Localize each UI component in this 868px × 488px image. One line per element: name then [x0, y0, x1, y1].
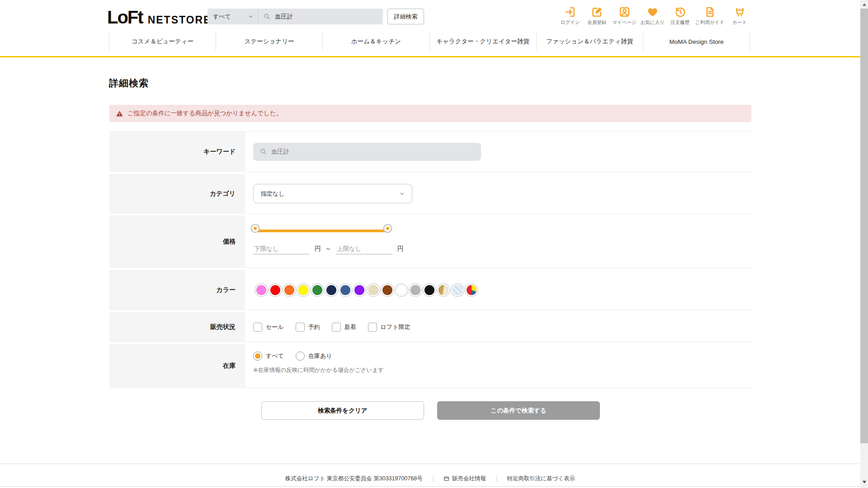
- stock-option-2[interactable]: 在庫あり: [296, 352, 332, 361]
- utility-mypage[interactable]: マイページ: [612, 6, 636, 26]
- scrollbar-down-button[interactable]: [860, 478, 868, 486]
- price-min-input[interactable]: [253, 244, 310, 254]
- color-swatch-pink[interactable]: [256, 285, 266, 295]
- sales-option-label: 予約: [308, 323, 320, 331]
- color-swatch-blue[interactable]: [340, 285, 350, 295]
- search-submit-button[interactable]: この条件で検索する: [437, 401, 600, 420]
- detail-search-button[interactable]: 詳細検索: [387, 9, 424, 24]
- footer-link-seller-info[interactable]: 販売会社情報: [443, 475, 486, 483]
- form-row-sales-status: 販売状況 セール予約新着ロフト限定: [109, 312, 751, 342]
- nav-item-1[interactable]: コスメ＆ビューティー: [109, 32, 216, 51]
- stock-options: すべて在庫あり: [253, 352, 751, 361]
- page: LoFt NETSTORE すべて 血圧計 詳細検索 ログイン会員登録マイページ…: [0, 0, 868, 488]
- header-search-query: 血圧計: [275, 13, 293, 21]
- search-category-value: すべて: [213, 13, 231, 21]
- stock-note: ※在庫情報の反映に時間がかかる場合がございます: [253, 366, 751, 374]
- logo-loft-text: LoFt: [107, 7, 143, 28]
- scrollbar-thumb[interactable]: [860, 9, 868, 443]
- keyword-input[interactable]: 血圧計: [253, 143, 481, 161]
- utility-order-history[interactable]: 注文履歴: [669, 6, 691, 26]
- sales-status-options: セール予約新着ロフト限定: [253, 323, 410, 332]
- footer-link-label: 販売会社情報: [452, 475, 486, 483]
- sales-option-1[interactable]: セール: [253, 323, 284, 332]
- utility-label: マイページ: [612, 19, 636, 26]
- color-swatch-gray[interactable]: [410, 285, 420, 295]
- price-slider-track: [253, 230, 390, 232]
- color-swatch-white[interactable]: [396, 285, 406, 295]
- utility-cart[interactable]: カート: [728, 6, 751, 26]
- header-searchbar: すべて 血圧計: [208, 9, 383, 24]
- warning-icon: [116, 110, 123, 117]
- color-swatch-purple[interactable]: [354, 285, 364, 295]
- price-slider-handle-max[interactable]: [384, 225, 391, 232]
- nav-item-3[interactable]: ホーム＆キッチン: [322, 32, 429, 51]
- nav-item-5[interactable]: ファッション＆バラエティ雑貨: [536, 32, 643, 51]
- color-swatch-navy[interactable]: [326, 285, 336, 295]
- loft-logo[interactable]: LoFt NETSTORE: [107, 7, 211, 28]
- sales-option-label: 新着: [344, 323, 356, 331]
- utility-label: ログイン: [561, 19, 580, 26]
- color-swatch-black[interactable]: [425, 285, 434, 295]
- color-swatch-gold[interactable]: [439, 285, 448, 295]
- utility-label: お気に入り: [641, 19, 665, 26]
- utility-guide[interactable]: ご利用ガイド: [695, 6, 724, 26]
- price-slider-handle-min[interactable]: [252, 225, 259, 232]
- category-select[interactable]: 指定なし: [253, 184, 412, 203]
- sales-option-3[interactable]: 新着: [332, 323, 356, 332]
- pencil-icon: [591, 6, 603, 18]
- nav-item-4[interactable]: キャラクター・クリエイター雑貨: [429, 32, 536, 51]
- stock-option-label: 在庫あり: [308, 352, 332, 360]
- color-swatch-beige[interactable]: [368, 285, 378, 295]
- category-nav: コスメ＆ビューティーステーショナリーホーム＆キッチンキャラクター・クリエイター雑…: [109, 32, 750, 51]
- clear-conditions-button[interactable]: 検索条件をクリア: [261, 401, 424, 420]
- history-icon: [674, 6, 686, 18]
- color-swatch-green[interactable]: [312, 285, 322, 295]
- form-content-keyword: 血圧計: [245, 131, 751, 172]
- footer-company-text: 株式会社ロフト 東京都公安委員会 第303319700768号: [285, 475, 423, 483]
- checkbox-icon: [296, 323, 305, 332]
- sales-option-4[interactable]: ロフト限定: [368, 323, 410, 332]
- sales-option-2[interactable]: 予約: [296, 323, 320, 332]
- header-search-input[interactable]: 血圧計: [258, 13, 383, 21]
- color-swatch-yellow[interactable]: [298, 285, 308, 295]
- search-icon: [259, 148, 267, 155]
- footer-separator: ｜: [430, 475, 436, 483]
- triangle-down-icon: [863, 481, 866, 483]
- utility-register[interactable]: 会員登録: [585, 6, 608, 26]
- color-swatches: [253, 285, 476, 295]
- utility-favorites[interactable]: お気に入り: [641, 6, 665, 26]
- alert-message: ご指定の条件に一致する商品が見つかりませんでした。: [127, 109, 282, 117]
- form-content-color: [245, 270, 751, 310]
- nav-item-2[interactable]: ステーショナリー: [216, 32, 322, 51]
- utility-login[interactable]: ログイン: [559, 6, 581, 26]
- color-swatch-red[interactable]: [270, 285, 280, 295]
- form-content-price: 円 ～ 円: [245, 216, 751, 268]
- color-swatch-brown[interactable]: [382, 285, 392, 295]
- stock-option-1[interactable]: すべて: [253, 352, 284, 361]
- alert-banner: ご指定の条件に一致する商品が見つかりませんでした。: [109, 105, 751, 122]
- form-row-keyword: キーワード 血圧計: [109, 131, 751, 172]
- search-icon: [263, 13, 271, 20]
- utility-label: カート: [732, 19, 747, 26]
- search-category-select[interactable]: すべて: [208, 9, 258, 24]
- footer-link-legal[interactable]: 特定商取引法に基づく表示: [507, 475, 575, 483]
- price-max-input[interactable]: [336, 244, 392, 254]
- color-swatch-clear[interactable]: [453, 285, 462, 295]
- checkbox-icon: [368, 323, 377, 332]
- checkbox-icon: [253, 323, 262, 332]
- color-swatch-orange[interactable]: [284, 285, 294, 295]
- triangle-up-icon: [863, 3, 866, 6]
- form-label-stock: 在庫: [109, 344, 245, 388]
- category-selected-value: 指定なし: [261, 190, 285, 198]
- search-form: キーワード 血圧計 カテゴリ 指定なし 価格: [109, 131, 751, 390]
- person-icon: [618, 6, 631, 18]
- scrollbar-up-button[interactable]: [860, 0, 868, 8]
- form-label-keyword: キーワード: [109, 131, 245, 172]
- color-swatch-multicolor[interactable]: [467, 285, 476, 295]
- nav-item-6[interactable]: MoMA Design Store: [643, 32, 750, 51]
- utility-nav: ログイン会員登録マイページお気に入り注文履歴ご利用ガイドカート: [559, 6, 751, 26]
- footer-link-label: 特定商取引法に基づく表示: [507, 475, 575, 483]
- sales-option-label: ロフト限定: [381, 323, 410, 331]
- price-slider[interactable]: [253, 225, 390, 237]
- scrollbar[interactable]: [860, 0, 868, 488]
